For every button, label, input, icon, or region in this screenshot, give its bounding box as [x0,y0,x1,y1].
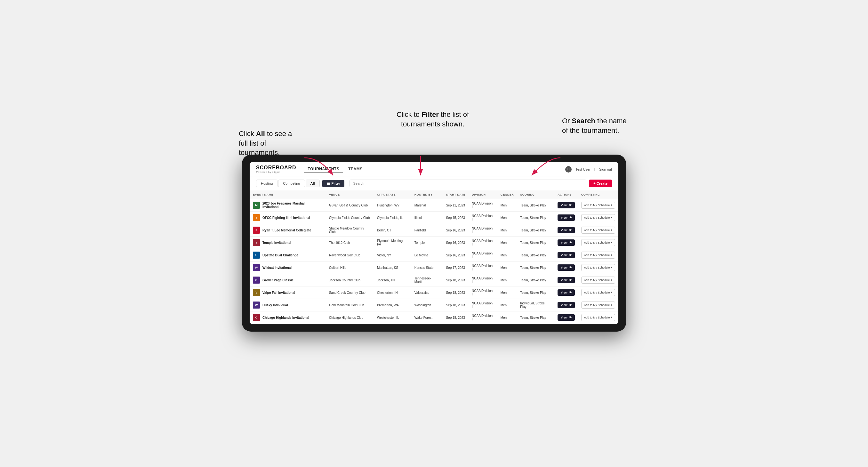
hosted-by-cell: Le Moyne [411,249,443,261]
view-button[interactable]: View 👁 [558,314,575,321]
actions-cell: View 👁 [554,249,578,261]
venue-cell: Shuttle Meadow Country Club [326,224,374,237]
venue-cell: Colbert Hills [326,261,374,274]
add-to-schedule-button[interactable]: Add to My Schedule + [581,302,615,309]
view-button[interactable]: View 👁 [558,252,575,258]
division-cell: NCAA Division I [469,224,497,237]
scoring-cell: Team, Stroke Play [517,249,554,261]
logo-area: SCOREBOARD Powered by clippd [256,165,297,174]
nav-tab-tournaments[interactable]: TOURNAMENTS [304,165,343,173]
add-to-schedule-button[interactable]: Add to My Schedule + [581,201,615,209]
venue-cell: Olympia Fields Country Club [326,212,374,224]
app-header: SCOREBOARD Powered by clippd TOURNAMENTS… [250,162,618,176]
event-name: Temple Invitational [262,241,291,245]
city-state-cell: Manhattan, KS [374,261,411,274]
competing-cell: Add to My Schedule + [578,237,618,249]
city-state-cell: Olympia Fields, IL [374,212,411,224]
view-button[interactable]: View 👁 [558,214,575,221]
search-input[interactable] [349,180,586,187]
venue-cell: Guyan Golf & Country Club [326,199,374,212]
view-button[interactable]: View 👁 [558,264,575,271]
division-cell: NCAA Division I [469,249,497,261]
event-name-cell: W Husky Individual [250,299,326,311]
team-logo: V [253,289,260,296]
table-row: F Ryan T. Lee Memorial Collegiate Shuttl… [250,224,618,237]
filter-label: Filter [332,182,340,185]
scoring-cell: Team, Stroke Play [517,237,554,249]
event-name: Wildcat Invitational [262,266,291,270]
sign-out-link[interactable]: Sign out [599,167,612,171]
table-row: W Husky Individual Gold Mountain Golf Cl… [250,299,618,311]
team-logo: W [253,264,260,271]
team-logo: U [253,252,260,259]
view-button[interactable]: View 👁 [558,277,575,283]
col-venue: VENUE [326,190,374,199]
gender-cell: Men [497,249,517,261]
event-name-cell: F Ryan T. Lee Memorial Collegiate [250,224,326,237]
team-logo: T [253,239,260,246]
tablet-frame: SCOREBOARD Powered by clippd TOURNAMENTS… [242,155,626,332]
event-name-cell: M 2023 Joe Feaganes Marshall Invitationa… [250,199,326,212]
add-to-schedule-button[interactable]: Add to My Schedule + [581,227,615,234]
team-logo: C [253,314,260,321]
eye-icon: 👁 [569,316,571,319]
city-state-cell: Berlin, CT [374,224,411,237]
create-button[interactable]: + Create [589,180,612,187]
tablet-screen: SCOREBOARD Powered by clippd TOURNAMENTS… [250,162,618,324]
add-to-schedule-button[interactable]: Add to My Schedule + [581,252,615,259]
hosted-by-cell: Valparaiso [411,286,443,299]
actions-cell: View 👁 [554,311,578,324]
view-button[interactable]: View 👁 [558,289,575,296]
table-row: I OFCC Fighting Illini Invitational Olym… [250,212,618,224]
view-button[interactable]: View 👁 [558,202,575,208]
toolbar: Hosting Competing All ☰ Filter + Create [250,176,618,190]
gender-cell: Men [497,261,517,274]
logo-title: SCOREBOARD [256,165,297,170]
event-name: Chicago Highlands Invitational [262,316,309,319]
division-cell: NCAA Division I [469,199,497,212]
team-logo: F [253,227,260,234]
add-to-schedule-button[interactable]: Add to My Schedule + [581,239,615,246]
city-state-cell: Plymouth Meeting, PA [374,237,411,249]
gender-cell: Men [497,224,517,237]
add-to-schedule-button[interactable]: Add to My Schedule + [581,289,615,296]
add-to-schedule-button[interactable]: Add to My Schedule + [581,264,615,271]
division-cell: NCAA Division I [469,237,497,249]
tab-competing[interactable]: Competing [278,180,305,187]
start-date-cell: Sep 16, 2023 [443,237,469,249]
hosted-by-cell: Wake Forest [411,311,443,324]
scoring-cell: Team, Stroke Play [517,212,554,224]
table-header: EVENT NAME VENUE CITY, STATE HOSTED BY S… [250,190,618,199]
header-right: U Test User | Sign out [565,166,612,173]
competing-cell: Add to My Schedule + [578,274,618,286]
tab-all[interactable]: All [306,180,320,187]
venue-cell: Gold Mountain Golf Club [326,299,374,311]
filter-btn-group: Hosting Competing All [256,180,320,187]
event-name-cell: V Valpo Fall Invitational [250,286,326,299]
add-to-schedule-button[interactable]: Add to My Schedule + [581,214,615,221]
add-to-schedule-button[interactable]: Add to My Schedule + [581,314,615,321]
view-button[interactable]: View 👁 [558,240,575,246]
view-button[interactable]: View 👁 [558,302,575,308]
event-name: Husky Individual [262,304,288,307]
city-state-cell: Jackson, TN [374,274,411,286]
event-name-cell: T Temple Invitational [250,237,326,249]
view-button[interactable]: View 👁 [558,227,575,234]
event-name: Grover Page Classic [262,278,293,282]
gender-cell: Men [497,274,517,286]
division-cell: NCAA Division I [469,299,497,311]
gender-cell: Men [497,311,517,324]
actions-cell: View 👁 [554,237,578,249]
eye-icon: 👁 [569,241,571,244]
user-avatar: U [565,166,571,173]
competing-cell: Add to My Schedule + [578,212,618,224]
start-date-cell: Sep 18, 2023 [443,286,469,299]
filter-button[interactable]: ☰ Filter [322,180,345,187]
add-to-schedule-button[interactable]: Add to My Schedule + [581,277,615,284]
tab-hosting[interactable]: Hosting [256,180,278,187]
nav-tab-teams[interactable]: TEAMS [344,165,367,173]
annotation-all: Click All to see a full list of tourname… [239,129,303,157]
team-logo: I [253,214,260,221]
hosted-by-cell: Temple [411,237,443,249]
competing-cell: Add to My Schedule + [578,224,618,237]
